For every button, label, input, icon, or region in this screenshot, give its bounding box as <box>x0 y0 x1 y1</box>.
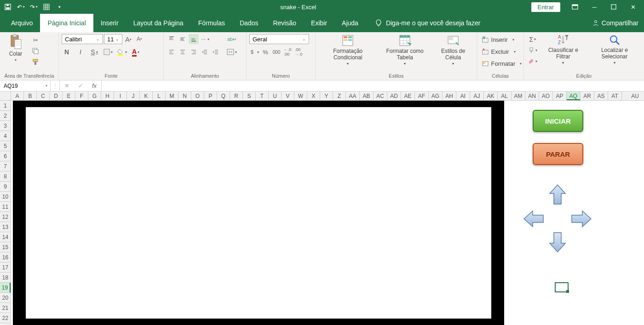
cut-icon[interactable]: ✂ <box>30 35 40 45</box>
find-select-button[interactable]: Localizar e Selecionar▾ <box>588 33 641 66</box>
column-header[interactable]: AC <box>374 91 387 100</box>
row-header[interactable]: 18 <box>0 273 11 283</box>
column-header[interactable]: AU <box>622 91 644 100</box>
column-header[interactable]: AQ <box>567 91 581 100</box>
align-bottom-icon[interactable] <box>189 34 199 44</box>
column-header[interactable]: AD <box>387 91 401 100</box>
tab-formulas[interactable]: Fórmulas <box>191 14 232 32</box>
column-header[interactable]: AT <box>608 91 622 100</box>
column-header[interactable]: AR <box>581 91 594 100</box>
number-format-select[interactable]: Geral⌄ <box>249 34 309 44</box>
column-header[interactable]: Z <box>333 91 346 100</box>
tell-me-search[interactable]: Diga-me o que você deseja fazer <box>366 14 489 32</box>
column-header[interactable]: Y <box>320 91 333 100</box>
column-header[interactable]: AL <box>498 91 512 100</box>
column-header[interactable]: P <box>204 91 217 100</box>
column-header[interactable]: C <box>37 91 50 100</box>
column-header[interactable]: A <box>11 91 24 100</box>
column-header[interactable]: AN <box>525 91 539 100</box>
column-header[interactable]: AS <box>594 91 608 100</box>
decrease-indent-icon[interactable] <box>200 47 210 57</box>
column-header[interactable]: AF <box>415 91 429 100</box>
column-header[interactable]: J <box>127 91 140 100</box>
align-top-icon[interactable] <box>167 34 177 44</box>
cancel-formula-icon[interactable]: ✕ <box>60 80 74 91</box>
format-cells-button[interactable]: Formatar▾ <box>480 58 524 69</box>
font-size-select[interactable]: 11⌄ <box>104 34 122 44</box>
row-header[interactable]: 5 <box>0 141 11 151</box>
column-header[interactable]: O <box>191 91 204 100</box>
row-header[interactable]: 14 <box>0 232 11 242</box>
arrow-up-button[interactable] <box>546 183 569 206</box>
increase-decimal-icon[interactable]: ←.0.00 <box>282 47 293 57</box>
accounting-format-icon[interactable]: $ <box>249 47 259 57</box>
selected-cell[interactable] <box>555 282 569 292</box>
fill-icon[interactable] <box>527 45 539 55</box>
column-header[interactable]: V <box>282 91 294 100</box>
align-center-icon[interactable] <box>178 47 188 57</box>
bold-button[interactable]: N <box>62 47 72 57</box>
tab-help[interactable]: Ajuda <box>334 14 366 32</box>
column-header[interactable]: AA <box>346 91 360 100</box>
tab-view[interactable]: Exibir <box>304 14 334 32</box>
row-header[interactable]: 11 <box>0 202 11 212</box>
tab-insert[interactable]: Inserir <box>93 14 126 32</box>
arrow-down-button[interactable] <box>546 230 569 253</box>
undo-icon[interactable]: ↶ ▾ <box>15 1 27 12</box>
column-header[interactable]: S <box>243 91 256 100</box>
enter-formula-icon[interactable]: ✓ <box>74 80 87 91</box>
column-header[interactable]: AH <box>443 91 456 100</box>
fill-color-icon[interactable] <box>117 47 127 57</box>
column-header[interactable]: H <box>101 91 114 100</box>
format-painter-icon[interactable] <box>30 57 40 67</box>
redo-icon[interactable]: ↷ ▾ <box>28 1 40 12</box>
row-header[interactable]: 9 <box>0 182 11 192</box>
column-header[interactable]: AI <box>456 91 470 100</box>
row-header[interactable]: 4 <box>0 131 11 141</box>
column-header[interactable]: X <box>307 91 320 100</box>
column-header[interactable]: M <box>166 91 178 100</box>
column-header[interactable]: F <box>75 91 88 100</box>
italic-button[interactable]: I <box>75 47 86 57</box>
conditional-formatting-button[interactable]: Formatação Condicional▾ <box>318 33 378 67</box>
minimize-icon[interactable]: ─ <box>585 0 604 14</box>
tab-home[interactable]: Página Inicial <box>40 14 93 32</box>
select-all-corner[interactable] <box>0 91 11 101</box>
row-header[interactable]: 17 <box>0 262 11 273</box>
row-header[interactable]: 6 <box>0 151 11 161</box>
row-header[interactable]: 13 <box>0 222 11 232</box>
tab-file[interactable]: Arquivo <box>4 14 40 32</box>
column-header[interactable]: N <box>178 91 191 100</box>
column-header[interactable]: B <box>24 91 37 100</box>
column-header[interactable]: AB <box>360 91 374 100</box>
percent-icon[interactable]: % <box>260 47 270 57</box>
grow-font-icon[interactable]: A▴ <box>123 34 133 44</box>
row-header[interactable]: 1 <box>0 101 11 111</box>
column-header[interactable]: AM <box>512 91 525 100</box>
font-color-icon[interactable]: A <box>131 47 141 57</box>
merge-icon[interactable] <box>225 47 238 57</box>
sort-filter-button[interactable]: AZ Classificar e Filtrar▾ <box>540 33 586 66</box>
delete-cells-button[interactable]: Excluir▾ <box>480 46 524 57</box>
align-right-icon[interactable] <box>189 47 199 57</box>
format-as-table-button[interactable]: Formatar como Tabela▾ <box>378 33 432 67</box>
row-header[interactable]: 21 <box>0 303 11 313</box>
share-button[interactable]: Compartilhar <box>587 14 644 32</box>
arrow-right-button[interactable] <box>569 207 592 230</box>
font-name-select[interactable]: Calibri⌄ <box>62 34 103 44</box>
row-header[interactable]: 2 <box>0 111 11 121</box>
column-header[interactable]: U <box>269 91 282 100</box>
align-middle-icon[interactable] <box>178 34 188 44</box>
cell-styles-button[interactable]: Estilos de Célula▾ <box>432 33 474 67</box>
column-header[interactable]: R <box>230 91 243 100</box>
save-icon[interactable] <box>2 1 14 12</box>
column-header[interactable]: Q <box>217 91 230 100</box>
column-header[interactable]: I <box>114 91 127 100</box>
insert-function-icon[interactable]: fx <box>87 80 101 91</box>
row-header[interactable]: 7 <box>0 161 11 171</box>
row-header[interactable]: 15 <box>0 242 11 252</box>
autosum-icon[interactable]: Σ <box>527 34 539 44</box>
row-header[interactable]: 16 <box>0 252 11 262</box>
column-header[interactable]: AE <box>401 91 415 100</box>
tab-review[interactable]: Revisão <box>265 14 304 32</box>
